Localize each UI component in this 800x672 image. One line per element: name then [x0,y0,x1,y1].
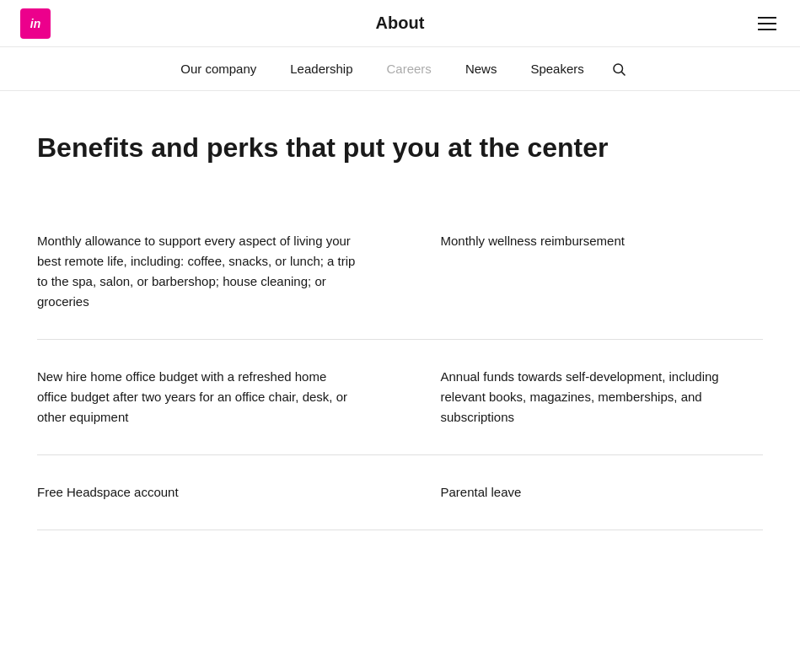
nav-item-our-company[interactable]: Our company [167,55,270,83]
benefit-text: Parental leave [441,482,764,503]
nav-item-careers[interactable]: Careers [373,55,445,83]
logo[interactable]: in [20,8,51,39]
navigation: Our company Leadership Careers News Spea… [0,47,800,91]
benefits-grid: Monthly allowance to support every aspec… [37,204,763,530]
benefit-item: Parental leave [400,455,764,530]
benefits-heading: Benefits and perks that put you at the c… [37,132,763,164]
benefit-text: Free Headspace account [37,482,360,503]
logo-mark: in [20,8,51,39]
search-button[interactable] [604,55,633,83]
nav-item-news[interactable]: News [452,55,511,83]
benefit-text: New hire home office budget with a refre… [37,367,360,427]
hamburger-line-2 [758,23,776,24]
search-icon [611,62,626,77]
benefit-item: Monthly wellness reimbursement [400,204,764,340]
svg-line-1 [621,72,625,75]
main-content: Benefits and perks that put you at the c… [0,91,800,581]
hamburger-line-1 [758,17,776,19]
nav-item-speakers[interactable]: Speakers [517,55,597,83]
benefit-text: Monthly allowance to support every aspec… [37,231,360,312]
header: in About [0,0,800,47]
svg-point-0 [614,64,623,73]
nav-item-leadership[interactable]: Leadership [277,55,366,83]
hamburger-line-3 [758,29,776,30]
benefit-text: Monthly wellness reimbursement [441,231,764,251]
benefit-item: Annual funds towards self-development, i… [400,340,764,455]
benefit-text: Annual funds towards self-development, i… [441,367,764,427]
page-title: About [376,13,425,33]
benefit-item: New hire home office budget with a refre… [37,340,400,455]
benefit-item: Free Headspace account [37,455,400,530]
benefit-item: Monthly allowance to support every aspec… [37,204,400,340]
menu-button[interactable] [754,13,780,34]
